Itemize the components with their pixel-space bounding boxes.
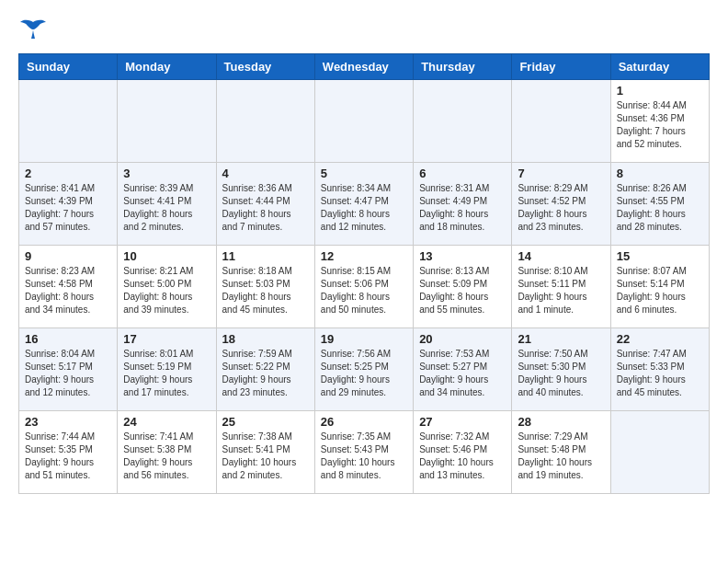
calendar-cell — [118, 80, 216, 163]
calendar-cell: 11Sunrise: 8:18 AM Sunset: 5:03 PM Dayli… — [216, 246, 314, 328]
day-info: Sunrise: 8:36 AM Sunset: 4:44 PM Dayligh… — [222, 182, 309, 234]
page-header — [18, 18, 710, 44]
day-number: 15 — [617, 249, 703, 263]
day-number: 5 — [321, 167, 407, 180]
calendar-cell: 17Sunrise: 8:01 AM Sunset: 5:19 PM Dayli… — [118, 328, 216, 411]
day-info: Sunrise: 8:44 AM Sunset: 4:36 PM Dayligh… — [617, 99, 703, 151]
day-info: Sunrise: 8:13 AM Sunset: 5:09 PM Dayligh… — [419, 265, 506, 316]
day-number: 12 — [321, 249, 407, 263]
day-info: Sunrise: 8:29 AM Sunset: 4:52 PM Dayligh… — [518, 182, 604, 234]
day-number: 22 — [617, 332, 703, 346]
day-info: Sunrise: 8:41 AM Sunset: 4:39 PM Dayligh… — [25, 182, 111, 234]
day-info: Sunrise: 7:29 AM Sunset: 5:48 PM Dayligh… — [518, 431, 604, 482]
day-number: 8 — [617, 167, 703, 180]
calendar-cell — [512, 80, 610, 163]
calendar-cell: 7Sunrise: 8:29 AM Sunset: 4:52 PM Daylig… — [512, 163, 610, 246]
day-number: 3 — [123, 167, 210, 180]
header-thursday: Thursday — [414, 54, 512, 80]
calendar-cell: 21Sunrise: 7:50 AM Sunset: 5:30 PM Dayli… — [512, 328, 610, 411]
calendar-cell: 19Sunrise: 7:56 AM Sunset: 5:25 PM Dayli… — [314, 328, 413, 411]
calendar-cell: 12Sunrise: 8:15 AM Sunset: 5:06 PM Dayli… — [314, 246, 413, 328]
calendar-week-row: 23Sunrise: 7:44 AM Sunset: 5:35 PM Dayli… — [19, 411, 710, 494]
day-number: 9 — [25, 249, 111, 263]
calendar-cell: 26Sunrise: 7:35 AM Sunset: 5:43 PM Dayli… — [314, 411, 413, 494]
day-info: Sunrise: 8:26 AM Sunset: 4:55 PM Dayligh… — [617, 182, 703, 234]
calendar-week-row: 2Sunrise: 8:41 AM Sunset: 4:39 PM Daylig… — [19, 163, 710, 246]
logo-bird-icon — [18, 18, 48, 44]
day-info: Sunrise: 8:18 AM Sunset: 5:03 PM Dayligh… — [222, 265, 309, 316]
calendar-cell — [610, 411, 709, 494]
calendar-cell: 25Sunrise: 7:38 AM Sunset: 5:41 PM Dayli… — [216, 411, 314, 494]
calendar-cell: 20Sunrise: 7:53 AM Sunset: 5:27 PM Dayli… — [414, 328, 512, 411]
header-tuesday: Tuesday — [216, 54, 314, 80]
day-number: 7 — [518, 167, 604, 180]
calendar-cell: 5Sunrise: 8:34 AM Sunset: 4:47 PM Daylig… — [314, 163, 413, 246]
day-info: Sunrise: 7:53 AM Sunset: 5:27 PM Dayligh… — [419, 348, 506, 399]
header-monday: Monday — [118, 54, 216, 80]
day-info: Sunrise: 8:31 AM Sunset: 4:49 PM Dayligh… — [419, 182, 506, 234]
calendar-cell: 22Sunrise: 7:47 AM Sunset: 5:33 PM Dayli… — [610, 328, 709, 411]
calendar-week-row: 16Sunrise: 8:04 AM Sunset: 5:17 PM Dayli… — [19, 328, 710, 411]
calendar-cell — [314, 80, 413, 163]
calendar-cell: 23Sunrise: 7:44 AM Sunset: 5:35 PM Dayli… — [19, 411, 118, 494]
day-number: 28 — [518, 415, 604, 429]
day-info: Sunrise: 8:23 AM Sunset: 4:58 PM Dayligh… — [25, 265, 111, 316]
day-info: Sunrise: 8:15 AM Sunset: 5:06 PM Dayligh… — [321, 265, 407, 316]
day-info: Sunrise: 8:39 AM Sunset: 4:41 PM Dayligh… — [123, 182, 210, 234]
day-info: Sunrise: 7:41 AM Sunset: 5:38 PM Dayligh… — [123, 431, 210, 482]
day-number: 2 — [25, 167, 111, 180]
day-number: 26 — [321, 415, 407, 429]
day-number: 20 — [419, 332, 506, 346]
day-info: Sunrise: 7:50 AM Sunset: 5:30 PM Dayligh… — [518, 348, 604, 399]
calendar-cell: 28Sunrise: 7:29 AM Sunset: 5:48 PM Dayli… — [512, 411, 610, 494]
day-info: Sunrise: 8:01 AM Sunset: 5:19 PM Dayligh… — [123, 348, 210, 399]
day-number: 21 — [518, 332, 604, 346]
day-info: Sunrise: 7:56 AM Sunset: 5:25 PM Dayligh… — [321, 348, 407, 399]
calendar-cell: 2Sunrise: 8:41 AM Sunset: 4:39 PM Daylig… — [19, 163, 118, 246]
calendar-cell: 3Sunrise: 8:39 AM Sunset: 4:41 PM Daylig… — [118, 163, 216, 246]
calendar-week-row: 9Sunrise: 8:23 AM Sunset: 4:58 PM Daylig… — [19, 246, 710, 328]
calendar-cell: 9Sunrise: 8:23 AM Sunset: 4:58 PM Daylig… — [19, 246, 118, 328]
day-number: 27 — [419, 415, 506, 429]
calendar-cell: 13Sunrise: 8:13 AM Sunset: 5:09 PM Dayli… — [414, 246, 512, 328]
day-number: 10 — [123, 249, 210, 263]
calendar-cell: 24Sunrise: 7:41 AM Sunset: 5:38 PM Dayli… — [118, 411, 216, 494]
calendar-cell: 1Sunrise: 8:44 AM Sunset: 4:36 PM Daylig… — [610, 80, 709, 163]
day-info: Sunrise: 8:04 AM Sunset: 5:17 PM Dayligh… — [25, 348, 111, 399]
header-saturday: Saturday — [610, 54, 709, 80]
day-info: Sunrise: 8:10 AM Sunset: 5:11 PM Dayligh… — [518, 265, 604, 316]
day-number: 24 — [123, 415, 210, 429]
day-info: Sunrise: 7:38 AM Sunset: 5:41 PM Dayligh… — [222, 431, 309, 482]
calendar-cell: 8Sunrise: 8:26 AM Sunset: 4:55 PM Daylig… — [610, 163, 709, 246]
day-info: Sunrise: 7:32 AM Sunset: 5:46 PM Dayligh… — [419, 431, 506, 482]
calendar-cell: 15Sunrise: 8:07 AM Sunset: 5:14 PM Dayli… — [610, 246, 709, 328]
calendar-week-row: 1Sunrise: 8:44 AM Sunset: 4:36 PM Daylig… — [19, 80, 710, 163]
day-number: 1 — [617, 84, 703, 98]
day-number: 17 — [123, 332, 210, 346]
day-number: 23 — [25, 415, 111, 429]
header-sunday: Sunday — [19, 54, 118, 80]
calendar-cell — [216, 80, 314, 163]
day-number: 6 — [419, 167, 506, 180]
day-number: 19 — [321, 332, 407, 346]
day-info: Sunrise: 8:34 AM Sunset: 4:47 PM Dayligh… — [321, 182, 407, 234]
calendar-cell — [414, 80, 512, 163]
calendar-cell: 18Sunrise: 7:59 AM Sunset: 5:22 PM Dayli… — [216, 328, 314, 411]
day-info: Sunrise: 8:21 AM Sunset: 5:00 PM Dayligh… — [123, 265, 210, 316]
calendar-cell: 6Sunrise: 8:31 AM Sunset: 4:49 PM Daylig… — [414, 163, 512, 246]
logo — [18, 18, 51, 44]
day-info: Sunrise: 7:59 AM Sunset: 5:22 PM Dayligh… — [222, 348, 309, 399]
day-info: Sunrise: 7:47 AM Sunset: 5:33 PM Dayligh… — [617, 348, 703, 399]
day-number: 4 — [222, 167, 309, 180]
calendar-cell: 14Sunrise: 8:10 AM Sunset: 5:11 PM Dayli… — [512, 246, 610, 328]
day-number: 11 — [222, 249, 309, 263]
day-info: Sunrise: 7:44 AM Sunset: 5:35 PM Dayligh… — [25, 431, 111, 482]
calendar-cell: 10Sunrise: 8:21 AM Sunset: 5:00 PM Dayli… — [118, 246, 216, 328]
calendar-cell: 16Sunrise: 8:04 AM Sunset: 5:17 PM Dayli… — [19, 328, 118, 411]
day-info: Sunrise: 7:35 AM Sunset: 5:43 PM Dayligh… — [321, 431, 407, 482]
calendar-table: SundayMondayTuesdayWednesdayThursdayFrid… — [18, 53, 710, 494]
day-number: 13 — [419, 249, 506, 263]
day-info: Sunrise: 8:07 AM Sunset: 5:14 PM Dayligh… — [617, 265, 703, 316]
day-number: 25 — [222, 415, 309, 429]
day-number: 18 — [222, 332, 309, 346]
